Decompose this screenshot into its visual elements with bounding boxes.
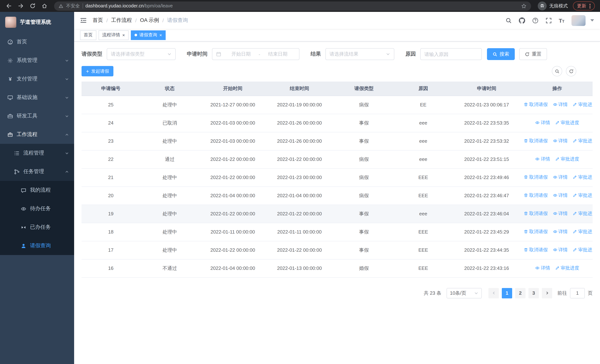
reset-button[interactable]: 重置 xyxy=(519,48,547,60)
cancel-leave-link[interactable]: 取消请假 xyxy=(524,192,548,199)
approval-progress-link[interactable]: 审批进度 xyxy=(573,211,593,217)
bookmark-star-icon[interactable] xyxy=(521,3,527,9)
forward-icon[interactable] xyxy=(16,1,26,11)
next-page-button[interactable] xyxy=(542,288,552,298)
end-date-placeholder[interactable]: 结束日期 xyxy=(260,51,295,57)
goto-page-input[interactable] xyxy=(570,288,585,298)
url-text[interactable]: dashboard.yudao.iocoder.cn/bpm/oa/leave xyxy=(85,3,518,9)
approval-progress-link[interactable]: 审批进度 xyxy=(555,156,579,162)
prev-page-button[interactable] xyxy=(488,288,499,298)
detail-link[interactable]: 详情 xyxy=(535,265,550,271)
sidebar-item-payment[interactable]: ¥ 支付管理 xyxy=(0,70,74,88)
detail-link[interactable]: 详情 xyxy=(553,192,568,199)
edit-icon xyxy=(573,230,577,234)
avatar-caret-icon[interactable] xyxy=(590,19,594,21)
breadcrumb-workflow[interactable]: 工作流程 xyxy=(111,17,132,24)
sidebar-item-dev-tools[interactable]: 研发工具 xyxy=(0,107,74,125)
detail-link[interactable]: 详情 xyxy=(535,120,550,126)
cancel-leave-link[interactable]: 取消请假 xyxy=(524,174,548,180)
help-icon[interactable] xyxy=(532,17,538,24)
detail-link[interactable]: 详情 xyxy=(553,211,568,217)
apply-time-range-picker[interactable]: 开始日期 - 结束日期 xyxy=(212,48,300,60)
approval-progress-link[interactable]: 审批进度 xyxy=(573,247,593,253)
approval-progress-link[interactable]: 审批进度 xyxy=(555,265,579,271)
cancel-leave-link[interactable]: 取消请假 xyxy=(524,211,548,217)
detail-link[interactable]: 详情 xyxy=(553,247,568,253)
tab-leave-query[interactable]: 请假查询 × xyxy=(131,30,166,40)
chevron-down-icon xyxy=(65,58,69,63)
cancel-leave-link[interactable]: 取消请假 xyxy=(524,102,548,108)
sidebar-item-system[interactable]: 系统管理 xyxy=(0,51,74,70)
close-icon[interactable]: × xyxy=(122,33,125,37)
reason-label: 原因 xyxy=(405,51,420,57)
sidebar-item-workflow[interactable]: 工作流程 xyxy=(0,125,74,144)
detail-link[interactable]: 详情 xyxy=(535,156,550,162)
chevron-down-icon xyxy=(65,95,69,100)
page-button-3[interactable]: 3 xyxy=(528,288,539,298)
sidebar-item-infrastructure[interactable]: 基础设施 xyxy=(0,88,74,107)
person-icon xyxy=(21,243,26,249)
approval-progress-link[interactable]: 审批进度 xyxy=(573,192,593,199)
toggle-search-button[interactable] xyxy=(552,66,562,76)
detail-link[interactable]: 详情 xyxy=(553,138,568,144)
back-icon[interactable] xyxy=(4,1,14,11)
breadcrumb-home[interactable]: 首页 xyxy=(93,17,103,24)
leave-type-select[interactable]: 请选择请假类型 xyxy=(107,48,176,60)
sidebar-item-task-management[interactable]: 任务管理 xyxy=(0,162,74,181)
reload-icon[interactable] xyxy=(28,1,38,11)
browser-update-button[interactable]: 更新 xyxy=(573,1,595,10)
home-icon[interactable] xyxy=(40,1,49,11)
sidebar-item-process-management[interactable]: 流程管理 xyxy=(0,144,74,162)
sidebar-item-my-processes[interactable]: 我的流程 xyxy=(0,181,74,199)
sidebar-item-done-tasks[interactable]: 已办任务 xyxy=(0,218,74,236)
github-icon[interactable] xyxy=(519,17,525,24)
detail-link[interactable]: 详情 xyxy=(553,174,568,180)
detail-link[interactable]: 详情 xyxy=(553,102,568,108)
security-label[interactable]: 不安全 xyxy=(66,3,80,9)
cancel-leave-link[interactable]: 取消请假 xyxy=(524,229,548,235)
kebab-menu-icon[interactable] xyxy=(589,3,591,9)
approval-progress-link[interactable]: 审批进度 xyxy=(555,120,579,126)
edit-icon xyxy=(573,212,577,216)
eye-icon xyxy=(535,157,540,161)
tab-process-detail[interactable]: 流程详情 × xyxy=(99,30,129,40)
search-button[interactable]: 搜索 xyxy=(487,48,515,60)
result-select[interactable]: 请选择流结果 xyxy=(325,48,394,60)
page-button-2[interactable]: 2 xyxy=(515,288,525,298)
approval-progress-link[interactable]: 审批进度 xyxy=(573,138,593,144)
address-bar[interactable]: 不安全 dashboard.yudao.iocoder.cn/bpm/oa/le… xyxy=(54,1,531,10)
sidebar-collapse-icon[interactable] xyxy=(80,17,87,24)
app-title: 芋道管理系统 xyxy=(20,19,51,26)
top-navbar: 首页 / 工作流程 / OA 示例 / 请假查询 xyxy=(74,12,600,29)
approval-progress-link[interactable]: 审批进度 xyxy=(573,229,593,235)
sidebar-item-home[interactable]: 首页 xyxy=(0,33,74,51)
tab-home[interactable]: 首页 xyxy=(80,30,96,40)
reason-input[interactable] xyxy=(424,51,478,57)
cell-actions: 取消请假 详情 审批进度 xyxy=(522,241,593,259)
detail-link[interactable]: 详情 xyxy=(553,229,568,235)
font-size-icon[interactable]: TT xyxy=(559,17,564,24)
cancel-leave-link[interactable]: 取消请假 xyxy=(524,247,548,253)
page-button-1[interactable]: 1 xyxy=(502,288,512,298)
app-logo-row[interactable]: 芋道管理系统 xyxy=(0,12,74,33)
eye-icon xyxy=(553,175,557,180)
fullscreen-icon[interactable] xyxy=(545,17,552,24)
start-date-placeholder[interactable]: 开始日期 xyxy=(224,51,259,57)
close-icon[interactable]: × xyxy=(159,33,162,37)
sidebar-item-todo-tasks[interactable]: 待办任务 xyxy=(0,199,74,218)
breadcrumb-oa-example[interactable]: OA 示例 xyxy=(140,17,159,24)
page-size-select[interactable]: 10条/页 xyxy=(447,288,482,298)
approval-progress-link[interactable]: 审批进度 xyxy=(573,174,593,180)
approval-progress-link[interactable]: 审批进度 xyxy=(573,102,593,108)
active-tab-dot xyxy=(134,34,137,36)
table-row: 21 处理中 2022-01-22 00:00:00 2022-01-23 00… xyxy=(82,168,593,187)
create-leave-button[interactable]: + 发起请假 xyxy=(82,66,113,76)
cancel-leave-link[interactable]: 取消请假 xyxy=(524,138,548,144)
cell-actions: 详情 审批进度 xyxy=(522,150,593,168)
sidebar-item-leave-query[interactable]: 请假查询 xyxy=(0,236,74,255)
edit-icon xyxy=(555,121,560,125)
refresh-table-button[interactable] xyxy=(566,66,576,76)
user-avatar[interactable] xyxy=(572,15,586,26)
chevron-up-icon xyxy=(65,169,69,174)
search-icon[interactable] xyxy=(505,17,512,24)
